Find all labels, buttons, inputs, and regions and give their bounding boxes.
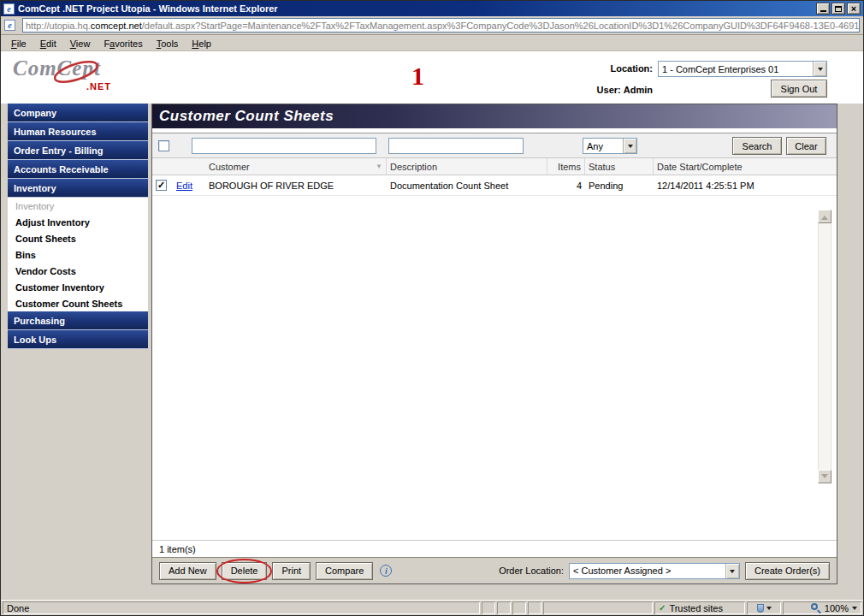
row-checkbox-cell: ✓: [152, 180, 173, 191]
add-new-button[interactable]: Add New: [159, 562, 216, 580]
sidebar-item-look-ups[interactable]: Look Ups: [8, 330, 148, 349]
menu-help[interactable]: Help: [185, 37, 218, 50]
column-header-edit: [173, 158, 205, 175]
scroll-down-button[interactable]: [818, 470, 831, 483]
chevron-down-icon[interactable]: [813, 62, 826, 76]
sidebar-subitem-bins[interactable]: Bins: [8, 246, 148, 263]
item-count-row: 1 item(s): [152, 540, 837, 557]
logo-net-label: .NET: [86, 81, 111, 92]
sidebar-subitem-customer-count-sheets[interactable]: Customer Count Sheets: [8, 295, 148, 311]
maximize-icon: [835, 6, 842, 12]
row-description-cell: Documentation Count Sheet: [387, 181, 547, 191]
phishing-filter-pane[interactable]: [747, 601, 781, 614]
search-description-input[interactable]: [388, 138, 524, 154]
arrow-down-icon: [821, 474, 828, 482]
url-path: /default.aspx?StartPage=Maintenance%2FTa…: [142, 21, 860, 31]
sort-desc-icon: ▼: [376, 163, 382, 170]
table-header-row: Customer ▼ Description Items Status Date…: [152, 158, 837, 175]
search-customer-input[interactable]: [192, 138, 376, 154]
trusted-check-icon: ✓: [659, 603, 666, 613]
zoom-level-text: 100%: [825, 603, 849, 613]
status-bar: Done ✓ Trusted sites 100%: [1, 600, 863, 615]
chevron-down-icon[interactable]: [725, 564, 739, 578]
sidebar-item-inventory[interactable]: Inventory: [8, 179, 148, 198]
sidebar-subitem-count-sheets[interactable]: Count Sheets: [8, 230, 148, 246]
select-all-checkbox[interactable]: ✓: [158, 140, 169, 151]
footer-right-group: Order Location: < Customer Assigned > Cr…: [499, 562, 830, 580]
sign-out-button[interactable]: Sign Out: [771, 80, 827, 98]
sidebar-item-human-resources[interactable]: Human Resources: [8, 122, 148, 141]
browser-window: e ComCept .NET Project Utopia - Windows …: [0, 0, 864, 616]
sidebar-item-order-entry-billing[interactable]: Order Entry - Billing: [8, 141, 148, 160]
print-button[interactable]: Print: [272, 562, 311, 580]
sidebar-subitem-vendor-costs[interactable]: Vendor Costs: [8, 263, 148, 279]
edit-link[interactable]: Edit: [176, 181, 192, 191]
url-prefix: http://utopia.hq.: [26, 21, 91, 31]
window-title: ComCept .NET Project Utopia - Windows In…: [18, 3, 814, 14]
delete-button-wrap: Delete: [222, 562, 268, 580]
footer-toolbar: Add New Delete Print Compare i Order Loc…: [152, 557, 837, 583]
status-filter-value: Any: [583, 139, 623, 153]
order-location-select[interactable]: < Customer Assigned >: [569, 563, 740, 579]
row-status-cell: Pending: [585, 181, 654, 191]
status-filter-select[interactable]: Any: [583, 138, 637, 154]
security-zone-pane[interactable]: ✓ Trusted sites: [654, 601, 745, 614]
chevron-down-icon: [852, 607, 857, 613]
compare-button[interactable]: Compare: [316, 562, 373, 580]
vertical-scrollbar: [818, 210, 831, 483]
chevron-down-icon[interactable]: [623, 139, 636, 153]
minimize-button[interactable]: [816, 3, 830, 15]
title-bar: e ComCept .NET Project Utopia - Windows …: [1, 1, 863, 16]
menu-edit[interactable]: Edit: [33, 37, 63, 50]
logo-text: ComCept: [13, 56, 101, 80]
sidebar-item-purchasing[interactable]: Purchasing: [8, 311, 148, 330]
delete-button[interactable]: Delete: [222, 562, 268, 580]
search-row: ✓ Any Search Clear: [152, 133, 837, 158]
security-zone-text: Trusted sites: [669, 603, 723, 613]
page-header: ComCept .NET 1 Location: 1 - ComCept Ent…: [1, 51, 863, 104]
ie-icon: e: [3, 3, 15, 15]
sidebar-item-company[interactable]: Company: [8, 104, 148, 122]
menu-favorites[interactable]: Favorites: [97, 37, 149, 50]
create-orders-button[interactable]: Create Order(s): [745, 562, 830, 580]
row-checkbox[interactable]: ✓: [156, 180, 167, 191]
page-icon: e: [4, 20, 15, 31]
sidebar-subitem-customer-inventory[interactable]: Customer Inventory: [8, 279, 148, 295]
column-header-description[interactable]: Description: [387, 158, 547, 175]
scrollbar-track[interactable]: [818, 223, 831, 470]
table-empty-area: [152, 196, 837, 540]
arrow-up-icon: [821, 212, 828, 220]
row-edit-cell: Edit: [173, 181, 205, 191]
clear-button[interactable]: Clear: [786, 137, 826, 155]
location-select[interactable]: 1 - ComCept Enterprises 01: [658, 61, 827, 77]
menu-bar: File Edit View Favorites Tools Help: [1, 36, 863, 51]
sidebar-nav: Company Human Resources Order Entry - Bi…: [8, 104, 148, 349]
sidebar-subitem-adjust-inventory[interactable]: Adjust Inventory: [8, 214, 148, 230]
column-header-customer[interactable]: Customer ▼: [205, 158, 387, 175]
column-header-status[interactable]: Status: [585, 158, 654, 175]
location-label: Location:: [611, 63, 654, 74]
column-header-date[interactable]: Date Start/Complete: [654, 158, 837, 175]
status-pane-1: [482, 601, 495, 614]
search-button[interactable]: Search: [732, 137, 782, 155]
maximize-button[interactable]: [831, 3, 845, 15]
url-input[interactable]: http://utopia.hq.comcept.net/default.asp…: [22, 18, 860, 33]
zoom-control-pane[interactable]: 100%: [783, 601, 861, 614]
status-text-pane: Done: [3, 601, 480, 614]
sidebar-item-accounts-receivable[interactable]: Accounts Receivable: [8, 160, 148, 179]
sidebar-subitem-inventory: Inventory: [8, 198, 148, 214]
scroll-up-button[interactable]: [818, 210, 831, 223]
item-count-text: 1 item(s): [159, 544, 196, 554]
menu-view[interactable]: View: [63, 37, 98, 50]
row-items-cell: 4: [547, 181, 585, 191]
page-title: Customer Count Sheets: [152, 104, 837, 128]
menu-tools[interactable]: Tools: [150, 37, 186, 50]
column-header-items[interactable]: Items: [547, 158, 585, 175]
close-button[interactable]: ×: [847, 3, 861, 15]
info-icon[interactable]: i: [380, 565, 392, 577]
address-bar: e http://utopia.hq.comcept.net/default.a…: [1, 16, 863, 35]
status-text: Done: [7, 603, 29, 613]
content-panel: Customer Count Sheets ✓ Any Search Clear…: [151, 104, 837, 584]
row-customer-cell: BOROUGH OF RIVER EDGE: [205, 181, 387, 191]
menu-file[interactable]: File: [4, 37, 33, 50]
